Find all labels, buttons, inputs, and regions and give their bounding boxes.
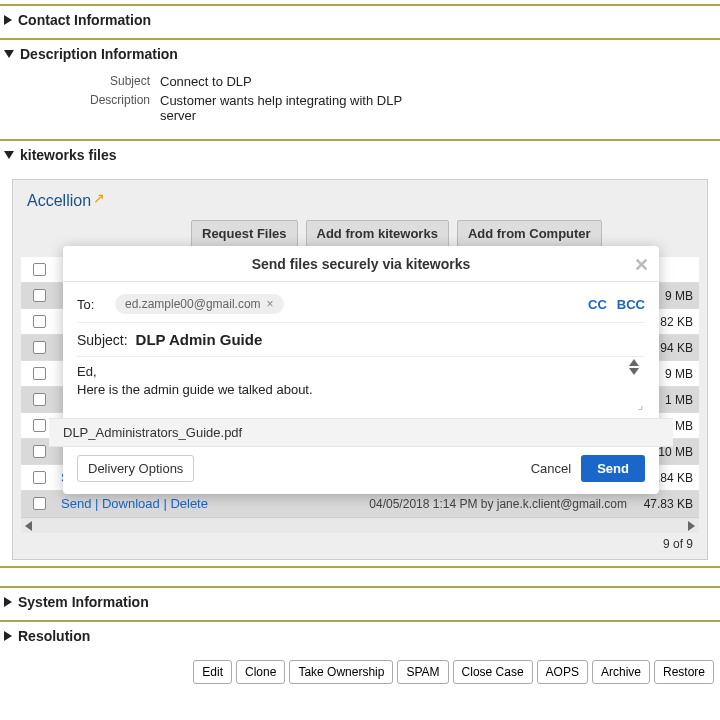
row-checkbox[interactable] [33,367,46,380]
subject-label: Subject [0,74,160,89]
add-from-computer-button[interactable]: Add from Computer [457,220,602,247]
brand-arrow-icon: ↗ [93,190,105,206]
description-value: Customer wants help integrating with DLP… [160,93,420,123]
brand-logo: Accellion↗ [21,188,699,220]
file-size: 47.83 KB [633,497,699,511]
aops-button[interactable]: AOPS [537,660,588,684]
remove-recipient-icon[interactable]: × [267,297,274,311]
row-checkbox[interactable] [33,445,46,458]
row-checkbox[interactable] [33,393,46,406]
table-row: Send | Download | Delete 04/05/2018 1:14… [21,491,699,517]
row-checkbox[interactable] [33,315,46,328]
row-checkbox[interactable] [33,419,46,432]
restore-button[interactable]: Restore [654,660,714,684]
cc-link[interactable]: CC [588,297,607,312]
row-checkbox[interactable] [33,471,46,484]
message-body-input[interactable] [77,357,645,411]
section-desc-header[interactable]: Description Information [0,40,720,68]
select-all-checkbox[interactable] [33,263,46,276]
scroll-down-icon[interactable] [629,368,639,375]
request-files-button[interactable]: Request Files [191,220,298,247]
horizontal-scrollbar[interactable] [21,517,699,533]
subject-input[interactable]: DLP Admin Guide [136,331,263,348]
section-kiteworks-title: kiteworks files [20,147,117,163]
section-contact-header[interactable]: Contact Information [0,6,720,34]
resize-handle-icon[interactable]: ⌟ [638,399,643,412]
chevron-right-icon [4,15,12,25]
scroll-left-icon[interactable] [25,521,32,531]
close-case-button[interactable]: Close Case [453,660,533,684]
subject-value: Connect to DLP [160,74,252,89]
archive-button[interactable]: Archive [592,660,650,684]
row-checkbox[interactable] [33,341,46,354]
cancel-button[interactable]: Cancel [531,461,571,476]
chevron-down-icon [4,50,14,58]
scroll-right-icon[interactable] [688,521,695,531]
chevron-right-icon [4,631,12,641]
section-resolution-header[interactable]: Resolution [0,622,720,650]
scroll-up-icon[interactable] [629,359,639,366]
close-icon[interactable]: ✕ [634,254,649,276]
section-sysinfo-header[interactable]: System Information [0,588,720,616]
attachment-row[interactable]: DLP_Administrators_Guide.pdf [49,418,673,447]
section-sysinfo-title: System Information [18,594,149,610]
description-label: Description [0,93,160,123]
clone-button[interactable]: Clone [236,660,285,684]
subject-label: Subject: [77,332,128,348]
row-meta: 04/05/2018 1:14 PM by jane.k.client@gmai… [369,497,633,511]
edit-button[interactable]: Edit [193,660,232,684]
take-ownership-button[interactable]: Take Ownership [289,660,393,684]
chevron-down-icon [4,151,14,159]
to-label: To: [77,297,107,312]
modal-title: Send files securely via kiteworks [252,256,471,272]
row-count: 9 of 9 [21,533,699,555]
bcc-link[interactable]: BCC [617,297,645,312]
send-button[interactable]: Send [581,455,645,482]
delivery-options-button[interactable]: Delivery Options [77,455,194,482]
add-from-kiteworks-button[interactable]: Add from kiteworks [306,220,449,247]
section-kiteworks-header[interactable]: kiteworks files [0,141,720,169]
section-resolution-title: Resolution [18,628,90,644]
chevron-right-icon [4,597,12,607]
section-desc-title: Description Information [20,46,178,62]
row-actions[interactable]: Send | Download | Delete [57,496,369,511]
row-checkbox[interactable] [33,497,46,510]
send-files-modal: Send files securely via kiteworks ✕ To: … [63,246,659,494]
row-checkbox[interactable] [33,289,46,302]
spam-button[interactable]: SPAM [397,660,448,684]
section-contact-title: Contact Information [18,12,151,28]
recipient-chip[interactable]: ed.zample00@gmail.com × [115,294,284,314]
kiteworks-panel: Accellion↗ Request Files Add from kitewo… [12,179,708,560]
